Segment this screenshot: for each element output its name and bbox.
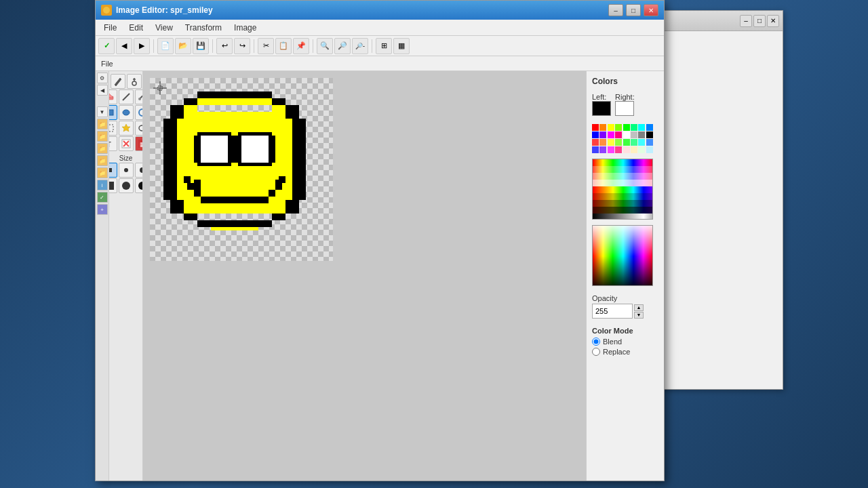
palette-color-cell[interactable]: [646, 131, 653, 138]
eraser-tool[interactable]: [109, 89, 117, 104]
nav-settings-btn[interactable]: ⚙: [97, 73, 108, 83]
large-color-picker-canvas[interactable]: [593, 226, 653, 286]
nav-check-btn[interactable]: ✓: [97, 192, 108, 203]
eyedropper-tool[interactable]: [127, 74, 142, 89]
palette-color-cell[interactable]: [623, 131, 630, 138]
nav-folder1[interactable]: 📁: [97, 119, 108, 129]
bg-maximize-btn[interactable]: □: [753, 15, 766, 27]
fill-tool[interactable]: ▦: [135, 136, 144, 151]
color-picker-area[interactable]: [592, 159, 653, 220]
palette-color-cell[interactable]: [608, 124, 614, 131]
nav-info-btn[interactable]: i: [97, 180, 108, 190]
palette-color-cell[interactable]: [631, 139, 637, 146]
canvas-area[interactable]: [143, 71, 586, 481]
palette-color-cell[interactable]: [592, 131, 599, 138]
text-tool[interactable]: T: [109, 136, 117, 151]
palette-color-cell[interactable]: [592, 146, 599, 153]
page-btn[interactable]: 📄: [157, 38, 174, 54]
zoom-in-btn[interactable]: 🔎: [334, 38, 351, 54]
small-color-picker-canvas[interactable]: [593, 159, 653, 220]
forward-btn[interactable]: ▶: [134, 38, 150, 54]
palette-color-cell[interactable]: [638, 146, 645, 153]
blend-radio[interactable]: [592, 338, 600, 346]
nav-folder3[interactable]: 📁: [97, 143, 108, 154]
palette-color-cell[interactable]: [608, 131, 614, 138]
palette-color-cell[interactable]: [592, 139, 599, 146]
large-color-picker-area[interactable]: [592, 225, 653, 286]
palette-color-cell[interactable]: [638, 124, 645, 131]
palette-color-cell[interactable]: [623, 139, 630, 146]
filter-btn[interactable]: ▦: [393, 38, 410, 54]
oval-tool[interactable]: [135, 121, 144, 136]
palette-color-cell[interactable]: [631, 131, 637, 138]
pencil-tool[interactable]: [111, 74, 125, 89]
size-small-btn[interactable]: [109, 163, 117, 178]
palette-color-cell[interactable]: [638, 131, 645, 138]
palette-color-cell[interactable]: [638, 139, 645, 146]
palette-color-cell[interactable]: [599, 124, 606, 131]
palette-color-cell[interactable]: [615, 124, 622, 131]
replace-radio[interactable]: [592, 348, 600, 356]
paste-btn[interactable]: 📌: [293, 38, 309, 54]
select-tool[interactable]: [109, 121, 117, 136]
open-btn[interactable]: 📂: [175, 38, 191, 54]
redo-btn[interactable]: ↪: [234, 38, 250, 54]
nav-folder2[interactable]: 📁: [97, 131, 108, 142]
nav-folder4[interactable]: 📁: [97, 155, 108, 166]
menu-view[interactable]: View: [150, 22, 178, 34]
opacity-down-btn[interactable]: ▼: [634, 312, 644, 319]
minimize-btn[interactable]: –: [608, 4, 623, 16]
smudge-tool[interactable]: [135, 89, 144, 104]
size-medium-btn[interactable]: [119, 163, 134, 178]
bg-minimize-btn[interactable]: –: [740, 15, 752, 27]
palette-color-cell[interactable]: [592, 124, 599, 131]
size-xxxlarge-btn[interactable]: [135, 178, 144, 193]
rect-tool[interactable]: [109, 105, 117, 120]
right-color-swatch[interactable]: [615, 101, 634, 116]
close-btn[interactable]: ✕: [644, 4, 658, 16]
palette-color-cell[interactable]: [631, 124, 637, 131]
menu-edit[interactable]: Edit: [123, 22, 149, 34]
palette-color-cell[interactable]: [608, 139, 614, 146]
palette-color-cell[interactable]: [631, 146, 637, 153]
palette-color-cell[interactable]: [623, 124, 630, 131]
palette-color-cell[interactable]: [615, 139, 622, 146]
back-btn[interactable]: ◀: [116, 38, 132, 54]
menu-transform[interactable]: Transform: [180, 22, 227, 34]
copy-btn[interactable]: 📋: [275, 38, 292, 54]
palette-color-cell[interactable]: [623, 146, 630, 153]
palette-color-cell[interactable]: [615, 131, 622, 138]
zoom-out-btn[interactable]: 🔎-: [352, 38, 368, 54]
left-color-swatch[interactable]: [592, 101, 611, 116]
size-large-btn[interactable]: [135, 163, 144, 178]
grid-btn[interactable]: ⊞: [376, 38, 392, 54]
palette-color-cell[interactable]: [646, 139, 653, 146]
bg-close-btn[interactable]: ✕: [767, 15, 779, 27]
nav-left-btn[interactable]: ◀: [97, 85, 108, 96]
palette-color-cell[interactable]: [646, 124, 653, 131]
size-xxlarge-btn[interactable]: [119, 178, 134, 193]
save-btn[interactable]: 💾: [193, 38, 209, 54]
search-btn[interactable]: 🔍: [317, 38, 333, 54]
palette-color-cell[interactable]: [599, 131, 606, 138]
line-tool[interactable]: [119, 89, 134, 104]
menu-image[interactable]: Image: [229, 22, 262, 34]
nav-chevron-btn[interactable]: ▼: [97, 106, 108, 117]
paint-tool[interactable]: [119, 121, 134, 136]
palette-color-cell[interactable]: [608, 146, 614, 153]
cut-btn[interactable]: ✂: [258, 38, 274, 54]
accept-btn[interactable]: ✓: [98, 38, 115, 54]
canvas-checkerboard[interactable]: [150, 78, 333, 261]
palette-color-cell[interactable]: [599, 146, 606, 153]
opacity-input[interactable]: [592, 304, 633, 319]
maximize-btn[interactable]: □: [626, 4, 641, 16]
menu-file[interactable]: File: [98, 22, 122, 34]
palette-color-cell[interactable]: [599, 139, 606, 146]
palette-color-cell[interactable]: [615, 146, 622, 153]
nav-add-btn[interactable]: +: [97, 204, 108, 215]
undo-btn[interactable]: ↩: [216, 38, 233, 54]
size-xlarge-btn[interactable]: [109, 178, 117, 193]
opacity-up-btn[interactable]: ▲: [634, 304, 644, 311]
ellipse-tool[interactable]: [119, 105, 134, 120]
circle-tool[interactable]: [135, 105, 144, 120]
